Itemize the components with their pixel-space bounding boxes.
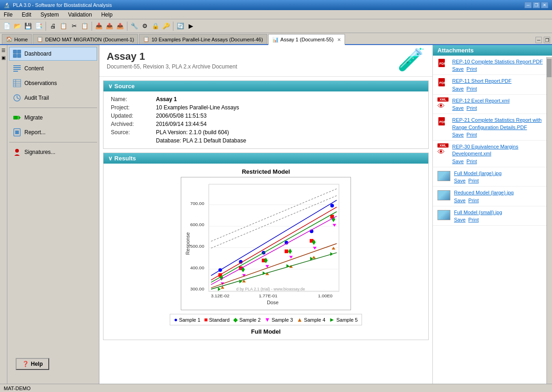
- legend-sample3-icon: ▼: [264, 316, 270, 323]
- toolbar: 📄 📂 💾 📑 🖨 📋 ✂ 📋 📥 📤 📤 🔧 ⚙ 🔒 🔑 🔄 ▶: [0, 19, 552, 33]
- nav-item-signatures[interactable]: Signatures...: [9, 145, 97, 159]
- att-rep10-save[interactable]: Save: [452, 66, 464, 72]
- att-rep30-save[interactable]: Save: [452, 159, 464, 164]
- toolbar-btn7[interactable]: ✂: [69, 21, 79, 31]
- att-rep10-print[interactable]: Print: [466, 66, 477, 72]
- toolbar-btn12[interactable]: 🔧: [129, 21, 139, 31]
- att-rep21-print[interactable]: Print: [466, 132, 477, 137]
- toolbar-sep2: [92, 22, 92, 31]
- legend-sample5-label: Sample 5: [336, 317, 357, 323]
- svg-text:PDF: PDF: [439, 120, 446, 124]
- legend-sample2-label: Sample 2: [239, 317, 260, 323]
- att-fullmodel-large-print[interactable]: Print: [468, 178, 479, 183]
- att-rep12-print[interactable]: Print: [466, 105, 477, 111]
- tab-assay1-label: Assay 1 (Document-55): [281, 37, 334, 42]
- toolbar-btn13[interactable]: ⚙: [140, 21, 150, 31]
- att-rep10-icon: PDF: [437, 58, 448, 69]
- toolbar-btn6[interactable]: 📋: [58, 21, 69, 31]
- tab-minimize-btn[interactable]: ─: [535, 37, 542, 43]
- toolbar-btn4[interactable]: 📑: [34, 21, 44, 31]
- toolbar-btn8[interactable]: 📋: [80, 21, 90, 31]
- att-rep21-save[interactable]: Save: [452, 132, 464, 137]
- att-reducedmodel-large-save[interactable]: Save: [454, 198, 466, 203]
- toolbar-btn15[interactable]: 🔑: [161, 21, 171, 31]
- results-header[interactable]: ∨ Results: [104, 153, 428, 164]
- toolbar-btn9[interactable]: 📥: [94, 21, 104, 31]
- menu-help[interactable]: Help: [99, 11, 115, 18]
- minimize-button[interactable]: ─: [524, 2, 532, 8]
- svg-text:500.00: 500.00: [190, 244, 205, 249]
- nav-item-report[interactable]: Report...: [9, 125, 97, 139]
- attachment-reducedmodel-large: Reduced Model (large).jpg Save Print: [433, 187, 552, 206]
- tab-demo-label: DEMO MAT MIGRATION (Document-1): [45, 37, 134, 42]
- att-reducedmodel-large-print[interactable]: Print: [468, 198, 479, 203]
- toolbar-btn14[interactable]: 🔒: [150, 21, 161, 31]
- att-fullmodel-small-name[interactable]: Full Model (small).jpg: [454, 209, 547, 216]
- toolbar-btn10[interactable]: 📤: [104, 21, 115, 31]
- nav-item-content[interactable]: Content: [9, 62, 97, 75]
- legend-sample5: ► Sample 5: [329, 316, 357, 323]
- help-button[interactable]: ❓ Help: [16, 358, 49, 370]
- att-rep21-name[interactable]: REP-21 Complete Statistics Report with R…: [452, 117, 547, 131]
- source-name-value: Assay 1: [156, 96, 421, 102]
- restore-button[interactable]: ❐: [533, 2, 540, 8]
- svg-text:1.77E-01: 1.77E-01: [259, 293, 278, 298]
- tab-assay1-close[interactable]: ✕: [337, 37, 341, 42]
- att-rep11-name[interactable]: REP-11 Short Report.PDF: [452, 78, 547, 85]
- source-header[interactable]: ∨ Source: [104, 81, 428, 91]
- att-rep30-name[interactable]: REP-30 Equivalence Margins Development.x…: [452, 143, 547, 158]
- nav-item-audittrail[interactable]: Audit Trail: [9, 91, 97, 105]
- att-rep11-print[interactable]: Print: [466, 86, 477, 91]
- att-reducedmodel-large-name[interactable]: Reduced Model (large).jpg: [454, 189, 547, 196]
- nav-item-migrate[interactable]: Migrate: [9, 111, 97, 125]
- legend-standard-icon: ■: [204, 316, 208, 323]
- att-rep11-save[interactable]: Save: [452, 86, 464, 91]
- svg-text:3.12E-02: 3.12E-02: [211, 293, 230, 298]
- toolbar-btn11[interactable]: 📤: [115, 21, 125, 31]
- att-rep30-print[interactable]: Print: [466, 159, 477, 164]
- att-rep21-content: REP-21 Complete Statistics Report with R…: [452, 117, 547, 137]
- toolbar-open[interactable]: 📂: [12, 21, 23, 31]
- nav-signatures-label: Signatures...: [24, 149, 55, 155]
- tab-home[interactable]: 🏠 Home: [2, 34, 32, 44]
- att-fullmodel-small-print[interactable]: Print: [468, 217, 479, 222]
- tab-examples-label: 10 Examples Parallel-Line Assays (Docume…: [151, 37, 263, 42]
- svg-text:700.00: 700.00: [190, 201, 205, 206]
- tab-demo[interactable]: 📋 DEMO MAT MIGRATION (Document-1): [33, 34, 138, 44]
- nav-item-dashboard[interactable]: Dashboard: [9, 47, 97, 61]
- content-icon: [12, 64, 22, 73]
- att-fullmodel-small-save[interactable]: Save: [454, 217, 466, 222]
- help-icon: ❓: [22, 361, 29, 367]
- tab-assay1[interactable]: 📊 Assay 1 (Document-55) ✕: [268, 34, 345, 45]
- right-scrollbar[interactable]: [546, 57, 552, 384]
- att-rep10-name[interactable]: REP-10 Complete Statistics Report.PDF: [452, 58, 547, 65]
- legend-standard: ■ Standard: [204, 316, 230, 323]
- toolbar-new[interactable]: 📄: [2, 21, 12, 31]
- source-grid: Name: Assay 1 Project: 10 Examples Paral…: [104, 91, 428, 148]
- toolbar-btn16[interactable]: 🔄: [175, 21, 185, 31]
- toolbar-save[interactable]: 💾: [23, 21, 33, 31]
- menu-system[interactable]: System: [39, 11, 61, 18]
- att-rep21-icon: PDF: [437, 117, 448, 128]
- toolbar-btn17[interactable]: ▶: [186, 21, 196, 31]
- toolbar-print[interactable]: 🖨: [48, 21, 58, 31]
- legend-standard-label: Standard: [209, 317, 230, 323]
- strip-icon2: ▣: [0, 54, 7, 61]
- att-fullmodel-large-name[interactable]: Full Model (large).jpg: [454, 170, 547, 177]
- att-rep12-name[interactable]: REP-12 Excel Report.xml: [452, 97, 547, 104]
- menu-file[interactable]: File: [2, 11, 14, 18]
- svg-text:1.00E0: 1.00E0: [318, 293, 333, 298]
- menu-validation[interactable]: Validation: [66, 11, 94, 18]
- close-button[interactable]: ✕: [541, 2, 548, 8]
- toolbar-sep1: [46, 22, 46, 31]
- tab-examples[interactable]: 📋 10 Examples Parallel-Line Assays (Docu…: [139, 34, 267, 44]
- tab-bar: 🏠 Home 📋 DEMO MAT MIGRATION (Document-1)…: [0, 33, 552, 45]
- svg-rect-4: [13, 65, 21, 66]
- nav-item-observations[interactable]: Observations: [9, 76, 97, 90]
- toolbar-sep3: [127, 22, 127, 31]
- tab-restore-btn[interactable]: ❐: [544, 37, 550, 43]
- att-rep12-save[interactable]: Save: [452, 105, 464, 111]
- att-fullmodel-large-save[interactable]: Save: [454, 178, 466, 183]
- menu-edit[interactable]: Edit: [20, 11, 33, 18]
- svg-rect-5: [13, 67, 21, 68]
